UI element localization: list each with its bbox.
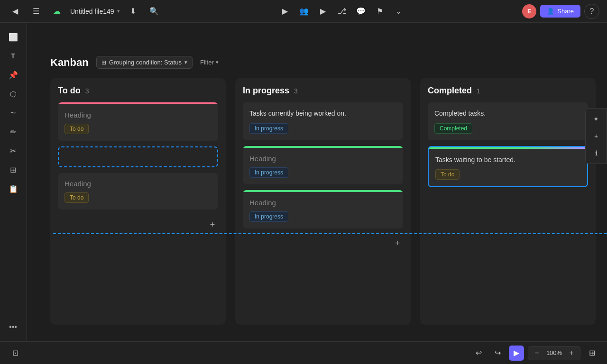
filter-button[interactable]: Filter ▾ — [200, 59, 219, 66]
filter-label: Filter — [200, 59, 214, 66]
panel-plus-icon[interactable]: + — [589, 129, 603, 143]
menu-button[interactable]: ☰ — [28, 4, 44, 19]
card-drag-in[interactable]: Tasks waiting to be started. To do — [428, 146, 588, 188]
file-name-label: Untitled file149 — [70, 8, 114, 15]
floating-panel: ✦ + ℹ — [585, 108, 607, 164]
kanban-columns: To do 3 Heading To do — [50, 78, 605, 325]
sparkle-icon[interactable]: ✦ — [589, 112, 603, 126]
card-todo-2-tag: To do — [64, 192, 89, 203]
completed-column-header: Completed 1 — [428, 86, 588, 96]
top-bar-center: ▶ 👥 ▶ ⎇ 💬 ⚑ ⌄ — [277, 4, 406, 19]
avatar[interactable]: E — [522, 4, 536, 18]
todo-add-button[interactable]: + — [207, 219, 218, 230]
top-bar-right: E 👤 Share ? — [522, 4, 599, 19]
card-inprogress-2[interactable]: Heading In progress — [243, 146, 403, 184]
search-button[interactable]: 🔍 — [147, 4, 162, 19]
top-bar-left: ◀ ☰ ☁ Untitled file149 ▾ ⬇ 🔍 — [8, 4, 162, 19]
grouping-icon: ⊞ — [101, 59, 106, 66]
sidebar-icon-pen[interactable]: ✏ — [5, 123, 22, 140]
inprogress-add-button[interactable]: + — [392, 238, 403, 249]
file-name[interactable]: Untitled file149 ▾ — [70, 8, 120, 15]
more-icon[interactable]: ▶ — [277, 4, 293, 19]
sidebar-icon-doc[interactable]: 📋 — [5, 180, 22, 197]
cursor-button[interactable]: ▶ — [509, 346, 524, 361]
card-inprogress-1-content: Tasks currently being worked on. In prog… — [243, 102, 403, 140]
sidebar-icon-table[interactable]: ⊞ — [5, 161, 22, 178]
card-inprogress-3-content: Heading In progress — [243, 192, 403, 228]
card-inprogress-2-content: Heading In progress — [243, 148, 403, 184]
play-button[interactable]: ▶ — [315, 4, 331, 19]
card-todo-1-tag: To do — [64, 124, 89, 134]
sidebar-icon-more[interactable]: ••• — [5, 318, 22, 336]
card-completed-1[interactable]: Completed tasks. Completed — [428, 102, 588, 140]
comment-button[interactable]: 💬 — [353, 4, 368, 19]
kanban-board: Kanban ⊞ Grouping condition: Status ▾ Fi… — [50, 56, 605, 325]
card-todo-2[interactable]: Heading To do — [58, 173, 218, 209]
flag-button[interactable]: ⚑ — [372, 4, 387, 19]
sidebar-icon-frame[interactable]: ⬜ — [5, 28, 22, 46]
collab-button[interactable]: 👥 — [296, 4, 312, 19]
sidebar-icon-cut[interactable]: ✂ — [5, 142, 22, 159]
expand-button[interactable]: ⌄ — [391, 4, 406, 19]
card-todo-ghost — [58, 146, 218, 167]
main-layout: ⬜ T 📌 ⬡ ~ ✏ ✂ ⊞ 📋 ••• Kanban ⊞ Grouping … — [0, 23, 607, 341]
sidebar: ⬜ T 📌 ⬡ ~ ✏ ✂ ⊞ 📋 ••• — [0, 23, 27, 341]
sidebar-icon-sticky[interactable]: 📌 — [5, 66, 22, 83]
completed-column-count: 1 — [477, 87, 480, 95]
todo-column-title: To do — [58, 86, 81, 96]
zoom-level: 100% — [543, 349, 565, 356]
inprogress-column-header: In progress 3 — [243, 86, 403, 96]
inprogress-column-title: In progress — [243, 86, 289, 96]
branch-button[interactable]: ⎇ — [334, 4, 349, 19]
panel-info-icon[interactable]: ℹ — [589, 146, 603, 160]
top-bar: ◀ ☰ ☁ Untitled file149 ▾ ⬇ 🔍 ▶ 👥 ▶ ⎇ 💬 ⚑… — [0, 0, 607, 23]
card-inprogress-2-heading: Heading — [249, 155, 396, 163]
share-icon: 👤 — [547, 8, 554, 15]
card-todo-1-content: Heading To do — [58, 104, 218, 141]
help-button[interactable]: ? — [584, 4, 599, 19]
kanban-header: Kanban ⊞ Grouping condition: Status ▾ Fi… — [50, 56, 605, 69]
kanban-title: Kanban — [50, 56, 89, 69]
sidebar-icon-curve[interactable]: ~ — [5, 104, 22, 121]
card-todo-2-content: Heading To do — [58, 173, 218, 209]
card-todo-ghost-content — [59, 147, 217, 166]
filter-chevron-icon: ▾ — [216, 59, 219, 65]
card-inprogress-3-tag: In progress — [249, 211, 288, 222]
bottom-left: ⊡ — [8, 346, 23, 361]
card-drag-content: Tasks waiting to be started. To do — [429, 149, 587, 187]
card-completed-1-tag: Completed — [434, 123, 472, 134]
grouping-button[interactable]: ⊞ Grouping condition: Status ▾ — [96, 56, 193, 69]
sidebar-icon-text[interactable]: T — [5, 47, 22, 64]
card-completed-1-content: Completed tasks. Completed — [428, 102, 588, 140]
back-button[interactable]: ◀ — [8, 4, 23, 19]
bottom-right: ↩ ↪ ▶ − 100% + ⊞ — [471, 346, 599, 361]
card-inprogress-1-body: Tasks currently being worked on. — [249, 109, 396, 118]
canvas: Kanban ⊞ Grouping condition: Status ▾ Fi… — [27, 23, 607, 341]
card-inprogress-3[interactable]: Heading In progress — [243, 190, 403, 228]
todo-column-count: 3 — [85, 87, 89, 95]
sidebar-icon-shape[interactable]: ⬡ — [5, 85, 22, 102]
redo-button[interactable]: ↪ — [490, 346, 505, 361]
undo-button[interactable]: ↩ — [471, 346, 486, 361]
card-todo-1-heading: Heading — [64, 111, 212, 119]
card-inprogress-1[interactable]: Tasks currently being worked on. In prog… — [243, 102, 403, 140]
card-todo-1[interactable]: Heading To do — [58, 102, 218, 141]
map-button[interactable]: ⊡ — [8, 346, 23, 361]
column-completed: Completed 1 Completed tasks. Completed — [420, 78, 596, 325]
bottom-bar: ⊡ ↩ ↪ ▶ − 100% + ⊞ — [0, 341, 607, 364]
share-button[interactable]: 👤 Share — [540, 5, 580, 18]
card-completed-1-body: Completed tasks. — [434, 109, 581, 118]
share-label: Share — [557, 8, 574, 15]
column-inprogress: In progress 3 Tasks currently being work… — [235, 78, 411, 325]
completed-column-title: Completed — [428, 86, 472, 96]
todo-column-header: To do 3 — [58, 86, 218, 96]
card-inprogress-2-tag: In progress — [249, 167, 288, 178]
card-todo-2-heading: Heading — [64, 180, 212, 188]
grouping-label: Grouping condition: Status — [109, 59, 182, 66]
card-drag-tag: To do — [435, 169, 460, 180]
fit-button[interactable]: ⊞ — [584, 346, 599, 361]
zoom-in-button[interactable]: + — [567, 348, 576, 358]
zoom-out-button[interactable]: − — [532, 348, 542, 358]
inprogress-column-count: 3 — [294, 87, 298, 95]
download-button[interactable]: ⬇ — [126, 4, 141, 19]
